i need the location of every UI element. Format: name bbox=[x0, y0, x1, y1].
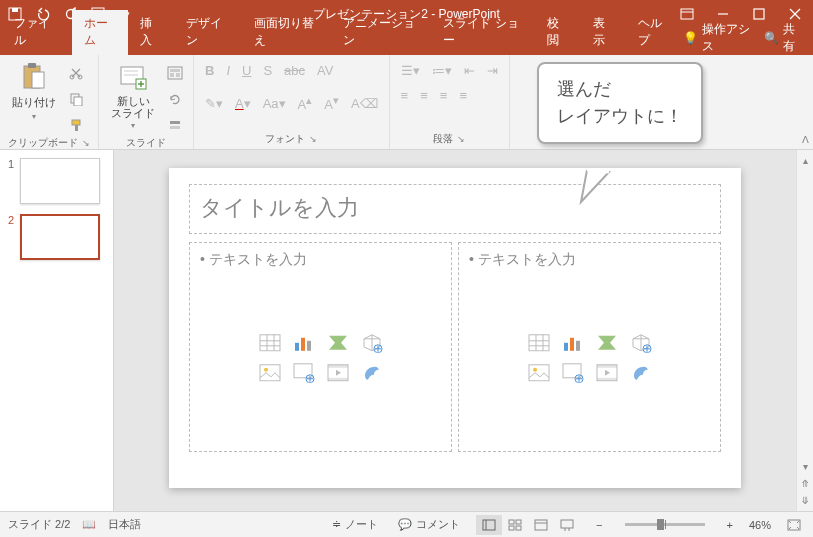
svg-rect-30 bbox=[170, 126, 180, 129]
notes-button[interactable]: ≑ノート bbox=[328, 515, 382, 534]
insert-icon-icon[interactable] bbox=[627, 361, 655, 385]
character-spacing-icon[interactable]: AV bbox=[314, 61, 336, 80]
align-left-icon[interactable]: ≡ bbox=[398, 86, 412, 105]
shadow-button[interactable]: S bbox=[260, 61, 275, 80]
reset-icon[interactable] bbox=[165, 89, 185, 109]
change-case-icon[interactable]: Aa▾ bbox=[260, 94, 289, 113]
increase-indent-icon[interactable]: ⇥ bbox=[484, 61, 501, 80]
zoom-out-button[interactable]: − bbox=[592, 517, 606, 533]
callout-annotation: 選んだ レイアウトに！ bbox=[537, 62, 703, 144]
insert-smartart-icon[interactable] bbox=[593, 331, 621, 355]
strikethrough-button[interactable]: abc bbox=[281, 61, 308, 80]
tab-file[interactable]: ファイル bbox=[0, 10, 72, 55]
collapse-ribbon-icon[interactable]: ᐱ bbox=[802, 134, 809, 145]
tab-insert[interactable]: 挿入 bbox=[128, 10, 174, 55]
insert-smartart-icon[interactable] bbox=[324, 331, 352, 355]
language-indicator[interactable]: 日本語 bbox=[108, 517, 141, 532]
highlight-icon[interactable]: ✎▾ bbox=[202, 94, 226, 113]
insert-chart-icon[interactable] bbox=[559, 331, 587, 355]
justify-icon[interactable]: ≡ bbox=[456, 86, 470, 105]
zoom-handle[interactable] bbox=[657, 519, 664, 530]
decrease-indent-icon[interactable]: ⇤ bbox=[461, 61, 478, 80]
clear-format-icon[interactable]: A⌫ bbox=[348, 94, 381, 113]
content-placeholder-text: • テキストを入力 bbox=[469, 251, 710, 269]
vertical-scrollbar[interactable]: ▴ ▾ ⤊ ⤋ bbox=[796, 150, 813, 511]
thumbnail-1[interactable]: 1 bbox=[4, 158, 109, 204]
align-right-icon[interactable]: ≡ bbox=[437, 86, 451, 105]
tab-view[interactable]: 表示 bbox=[581, 10, 627, 55]
paste-button[interactable]: 貼り付け ▾ bbox=[8, 59, 60, 123]
slide-canvas-area[interactable]: タイトルを入力 • テキストを入力 • bbox=[114, 150, 796, 511]
content-placeholder-text: • テキストを入力 bbox=[200, 251, 441, 269]
insert-icon-icon[interactable] bbox=[358, 361, 386, 385]
comments-button[interactable]: 💬コメント bbox=[394, 515, 464, 534]
shrink-font-icon[interactable]: A▾ bbox=[321, 92, 342, 114]
share-button[interactable]: 🔍共有 bbox=[764, 21, 803, 55]
svg-rect-75 bbox=[509, 526, 514, 530]
tab-home[interactable]: ホーム bbox=[72, 10, 129, 55]
svg-point-63 bbox=[533, 368, 537, 372]
insert-video-icon[interactable] bbox=[593, 361, 621, 385]
notes-icon: ≑ bbox=[332, 518, 341, 531]
insert-video-icon[interactable] bbox=[324, 361, 352, 385]
thumbnail-panel[interactable]: 1 2 bbox=[0, 150, 114, 511]
dialog-launcher-icon[interactable]: ↘ bbox=[82, 138, 90, 148]
document-title: プレゼンテーション2 - PowerPoint bbox=[313, 6, 500, 23]
spellcheck-icon[interactable]: 📖 bbox=[82, 518, 96, 531]
svg-rect-18 bbox=[75, 125, 78, 131]
thumbnail-2[interactable]: 2 bbox=[4, 214, 109, 260]
content-placeholder-left[interactable]: • テキストを入力 bbox=[189, 242, 452, 452]
normal-view-icon[interactable] bbox=[476, 515, 502, 535]
italic-button[interactable]: I bbox=[223, 61, 233, 80]
bullets-icon[interactable]: ☰▾ bbox=[398, 61, 423, 80]
insert-table-icon[interactable] bbox=[256, 331, 284, 355]
slideshow-view-icon[interactable] bbox=[554, 515, 580, 535]
tab-help[interactable]: ヘルプ bbox=[626, 10, 683, 55]
insert-table-icon[interactable] bbox=[525, 331, 553, 355]
zoom-percentage[interactable]: 46% bbox=[749, 519, 771, 531]
insert-3dmodel-icon[interactable] bbox=[627, 331, 655, 355]
insert-picture-icon[interactable] bbox=[525, 361, 553, 385]
section-icon[interactable] bbox=[165, 115, 185, 135]
layout-icon[interactable] bbox=[165, 63, 185, 83]
slide-indicator[interactable]: スライド 2/2 bbox=[8, 517, 70, 532]
zoom-slider[interactable] bbox=[625, 523, 705, 526]
prev-slide-icon[interactable]: ⤊ bbox=[797, 475, 813, 492]
scroll-up-icon[interactable]: ▴ bbox=[797, 152, 813, 169]
font-color-icon[interactable]: A▾ bbox=[232, 94, 254, 113]
group-paragraph: ☰▾ ≔▾ ⇤ ⇥ ≡ ≡ ≡ ≡ 段落↘ bbox=[390, 55, 510, 149]
insert-picture-icon[interactable] bbox=[256, 361, 284, 385]
zoom-in-button[interactable]: + bbox=[723, 517, 737, 533]
format-painter-icon[interactable] bbox=[66, 115, 86, 135]
fit-to-window-icon[interactable] bbox=[783, 517, 805, 533]
comments-icon: 💬 bbox=[398, 518, 412, 531]
svg-rect-17 bbox=[72, 120, 80, 125]
tell-me-button[interactable]: 💡操作アシス bbox=[683, 21, 754, 55]
content-placeholder-right[interactable]: • テキストを入力 bbox=[458, 242, 721, 452]
tab-design[interactable]: デザイン bbox=[174, 10, 242, 55]
tab-review[interactable]: 校閲 bbox=[535, 10, 581, 55]
next-slide-icon[interactable]: ⤋ bbox=[797, 492, 813, 509]
thumbnail-number: 1 bbox=[4, 158, 14, 170]
insert-chart-icon[interactable] bbox=[290, 331, 318, 355]
share-icon: 🔍 bbox=[764, 31, 779, 45]
grow-font-icon[interactable]: A▴ bbox=[295, 92, 316, 114]
insert-online-picture-icon[interactable] bbox=[290, 361, 318, 385]
insert-3dmodel-icon[interactable] bbox=[358, 331, 386, 355]
svg-rect-7 bbox=[754, 9, 764, 19]
scroll-down-icon[interactable]: ▾ bbox=[797, 458, 813, 475]
bold-button[interactable]: B bbox=[202, 61, 217, 80]
title-placeholder[interactable]: タイトルを入力 bbox=[189, 184, 721, 234]
new-slide-button[interactable]: 新しい スライド ▾ bbox=[107, 59, 159, 132]
copy-icon[interactable] bbox=[66, 89, 86, 109]
dialog-launcher-icon[interactable]: ↘ bbox=[457, 134, 465, 144]
sorter-view-icon[interactable] bbox=[502, 515, 528, 535]
insert-online-picture-icon[interactable] bbox=[559, 361, 587, 385]
cut-icon[interactable] bbox=[66, 63, 86, 83]
align-center-icon[interactable]: ≡ bbox=[417, 86, 431, 105]
dialog-launcher-icon[interactable]: ↘ bbox=[309, 134, 317, 144]
view-buttons bbox=[476, 515, 580, 535]
underline-button[interactable]: U bbox=[239, 61, 254, 80]
numbering-icon[interactable]: ≔▾ bbox=[429, 61, 455, 80]
reading-view-icon[interactable] bbox=[528, 515, 554, 535]
